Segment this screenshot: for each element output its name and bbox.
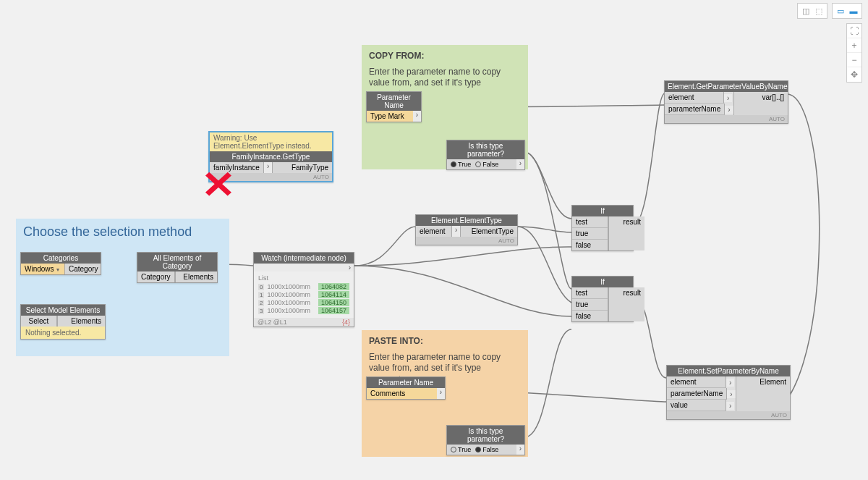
categories-dropdown[interactable]: Windows▾ <box>21 264 64 274</box>
chevron-icon: › <box>413 111 421 122</box>
param-paste-input[interactable]: Comments <box>367 388 437 399</box>
port-in-paramname[interactable]: parameterName <box>667 388 727 400</box>
param-copy-input[interactable]: Type Mark <box>367 111 413 122</box>
port-out-elements[interactable]: Elements <box>57 316 105 327</box>
node-header: If <box>572 206 633 216</box>
port-in-value[interactable]: value <box>667 400 726 411</box>
chevron-icon: › <box>724 94 732 102</box>
node-header: Parameter Name <box>367 92 421 111</box>
port-in-element[interactable]: element <box>667 376 726 388</box>
node-header: All Elements of Category <box>137 253 217 271</box>
port-out-familytype[interactable]: FamilyType <box>272 162 332 173</box>
list-item: 11000x1000mm1064114 <box>258 291 349 298</box>
node-set-param[interactable]: Element.SetParameterByName element› para… <box>666 365 791 420</box>
node-param-paste[interactable]: Parameter Name Comments › <box>366 376 446 400</box>
radio-false[interactable]: False <box>475 446 498 453</box>
port-in-false[interactable]: false <box>572 311 608 321</box>
port-in-category[interactable]: Category <box>137 271 175 282</box>
radio-true[interactable]: True <box>451 161 471 168</box>
node-header: Is this type parameter? <box>447 426 524 445</box>
node-bool-copy[interactable]: Is this type parameter? True False › <box>446 140 525 170</box>
node-element-type[interactable]: Element.ElementType element › ElementTyp… <box>415 214 518 245</box>
node-header: Watch (intermediate node) <box>254 253 354 264</box>
chevron-icon: › <box>516 445 524 455</box>
chevron-icon: › <box>727 390 735 398</box>
graph-view-icon[interactable]: ▭ <box>834 5 847 17</box>
port-out-elements[interactable]: Elements <box>175 271 217 282</box>
graph-canvas[interactable]: Choose the selection method COPY FROM: E… <box>0 0 868 480</box>
chevron-icon: › <box>437 388 445 399</box>
node-get-param[interactable]: Element.GetParameterValueByName element›… <box>664 80 788 124</box>
radio-true[interactable]: True <box>451 446 471 453</box>
port-in-test[interactable]: test <box>572 287 608 299</box>
node-header: Parameter Name <box>367 377 445 388</box>
copy-from-heading: COPY FROM: <box>369 51 521 62</box>
chevron-icon: › <box>726 379 734 387</box>
port-out-category[interactable]: Category <box>64 264 101 274</box>
port-in-element[interactable]: element <box>665 92 724 104</box>
node-header: Element.ElementType <box>416 215 517 226</box>
chevron-icon: › <box>725 106 733 114</box>
chevron-icon: › <box>516 159 524 169</box>
node-lacing: AUTO <box>416 237 517 245</box>
view-toolbar: ◫ ⬚ ▭ ▬ <box>797 3 862 19</box>
node-bool-paste[interactable]: Is this type parameter? True False › <box>446 425 525 455</box>
selection-status: Nothing selected. <box>21 327 105 339</box>
chevron-icon: › <box>452 226 460 237</box>
node-header: Select Model Elements <box>21 305 105 316</box>
node-view-icon[interactable]: ▬ <box>847 5 860 17</box>
chevron-icon: › <box>264 162 272 173</box>
port-in-element[interactable]: element <box>416 226 452 237</box>
watch-chevron <box>254 264 346 271</box>
port-in-false[interactable]: false <box>572 240 608 250</box>
node-header: Is this type parameter? <box>447 140 524 159</box>
port-out-element[interactable]: Element <box>736 376 790 411</box>
port-in-true[interactable]: true <box>572 228 608 240</box>
zoom-fit-icon[interactable]: ⛶ <box>847 24 861 38</box>
chevron-icon: › <box>346 264 354 271</box>
node-header: Element.GetParameterValueByName <box>665 81 788 92</box>
list-item: 31000x1000mm1064157 <box>258 307 349 314</box>
node-lacing: AUTO <box>665 115 788 123</box>
node-all-elements[interactable]: All Elements of Category Category Elemen… <box>137 252 218 283</box>
port-out-elemtype[interactable]: ElementType <box>460 226 517 237</box>
node-header: If <box>572 277 633 287</box>
port-in-paramname[interactable]: parameterName <box>665 104 725 115</box>
list-item: 21000x1000mm1064150 <box>258 299 349 306</box>
select-button[interactable]: Select <box>21 316 57 327</box>
node-categories[interactable]: Categories Windows▾ Category <box>20 252 101 275</box>
node-if-1[interactable]: If test true false result <box>571 205 634 251</box>
node-header: Categories <box>21 253 101 264</box>
node-header: FamilyInstance.GetType <box>210 151 332 162</box>
selection-region-title: Choose the selection method <box>23 224 222 240</box>
geometry-view-icon[interactable]: ◫ <box>799 5 812 17</box>
list-item: 01000x1000mm1064082 <box>258 283 349 290</box>
port-in-test[interactable]: test <box>572 216 608 228</box>
watch-list-title: List <box>258 274 349 282</box>
port-out-value[interactable]: var[]..[] <box>733 92 788 115</box>
pan-icon[interactable]: ✥ <box>847 67 861 82</box>
paste-into-heading: PASTE INTO: <box>369 336 521 348</box>
port-in-true[interactable]: true <box>572 299 608 311</box>
node-param-copy[interactable]: Parameter Name Type Mark › <box>366 91 422 122</box>
chevron-icon: › <box>726 402 734 410</box>
zoom-controls: ⛶ + − ✥ <box>846 23 862 83</box>
deprecation-cross-icon: ✕ <box>201 163 236 206</box>
node-lacing: AUTO <box>667 411 790 419</box>
node-header: Element.SetParameterByName <box>667 366 790 376</box>
radio-false[interactable]: False <box>475 161 498 168</box>
zoom-in-icon[interactable]: + <box>847 38 861 53</box>
watch-preview: List 01000x1000mm1064082 11000x1000mm106… <box>254 271 354 318</box>
zoom-out-icon[interactable]: − <box>847 53 861 67</box>
node-select-model[interactable]: Select Model Elements Select Elements No… <box>20 304 106 340</box>
node-watch[interactable]: Watch (intermediate node) › List 01000x1… <box>253 252 354 327</box>
chevron-down-icon: ▾ <box>56 266 59 273</box>
3d-view-icon[interactable]: ⬚ <box>812 5 825 17</box>
port-out-result[interactable]: result <box>608 216 644 250</box>
port-out-result[interactable]: result <box>608 287 644 321</box>
warning-banner: Warning: Use Element.ElementType instead… <box>210 132 332 151</box>
watch-footer: @L2 @L1{4} <box>254 318 354 327</box>
node-if-2[interactable]: If test true false result <box>571 276 634 322</box>
